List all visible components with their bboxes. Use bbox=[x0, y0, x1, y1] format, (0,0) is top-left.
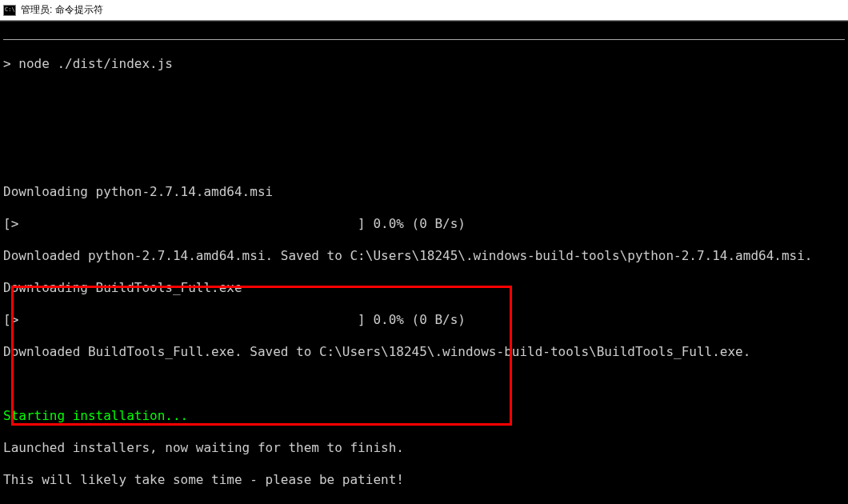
download-line: Downloading BuildTools_Full.exe bbox=[3, 280, 845, 296]
progress-line: [> ] 0.0% (0 B/s) bbox=[3, 216, 845, 232]
launched-line: Launched installers, now waiting for the… bbox=[3, 440, 845, 456]
blank-line bbox=[3, 88, 845, 104]
blank-line bbox=[3, 120, 845, 136]
patience-line: This will likely take some time - please… bbox=[3, 472, 845, 488]
blank-line bbox=[3, 376, 845, 392]
blank-line bbox=[3, 152, 845, 168]
window-titlebar[interactable]: 管理员: 命令提示符 bbox=[0, 0, 848, 21]
progress-line: [> ] 0.0% (0 B/s) bbox=[3, 312, 845, 328]
command-line: > node ./dist/index.js bbox=[3, 56, 845, 72]
separator bbox=[3, 39, 845, 40]
window-title: 管理员: 命令提示符 bbox=[21, 3, 103, 17]
download-line: Downloading python-2.7.14.amd64.msi bbox=[3, 184, 845, 200]
downloaded-line: Downloaded python-2.7.14.amd64.msi. Save… bbox=[3, 248, 845, 264]
terminal-output[interactable]: > node ./dist/index.js Downloading pytho… bbox=[0, 21, 848, 504]
downloaded-line: Downloaded BuildTools_Full.exe. Saved to… bbox=[3, 344, 845, 360]
starting-line: Starting installation... bbox=[3, 408, 845, 424]
cmd-icon bbox=[3, 5, 16, 16]
